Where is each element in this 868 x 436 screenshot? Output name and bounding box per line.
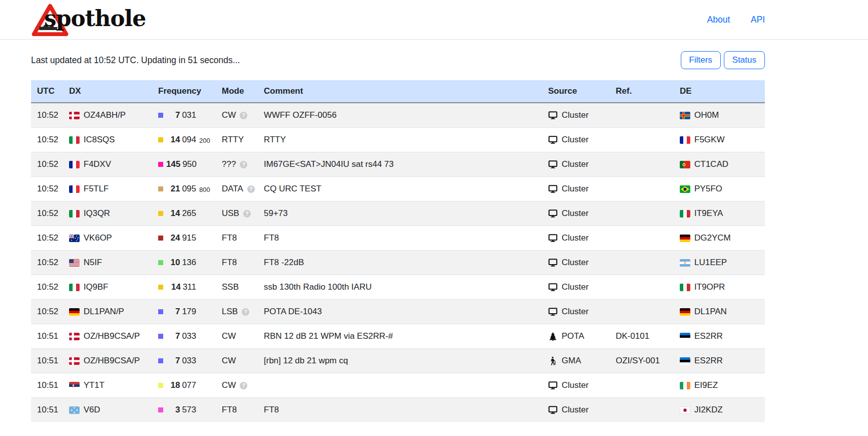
frequency-cell: 14094200 [152,128,216,152]
utc-cell: 10:51 [31,373,63,398]
de-wrap: DL1PAN [680,307,759,317]
de-callsign: OH0M [694,110,719,120]
de-cell: PY5FO [674,177,765,201]
monitor-icon [548,209,558,219]
band-color-square [158,113,163,118]
dx-cell: OZ4ABH/P [63,103,152,128]
frequency-cell: 18077 [152,373,216,398]
ref-label: DK-0101 [616,331,649,341]
de-wrap: ES2RR [680,356,759,366]
source-wrap: Cluster [548,159,604,169]
monitor-icon [548,234,558,243]
flag-br-icon [680,185,690,193]
de-callsign: DG2YCM [694,233,731,243]
table-row: 10:52IQ3QR14265USB?59+73ClusterIT9EYA [31,201,765,226]
table-row: 10:52IC8SQS14094200RTTYRTTYClusterF5GKW [31,128,765,152]
toolbar-actions: Filters Status [681,51,765,69]
band-color-square [158,407,163,412]
flag-jp-icon [680,406,690,414]
flag-dk-icon [69,112,80,119]
status-row: Last updated at 10:52 UTC. Updating in 5… [31,50,765,70]
nav-about[interactable]: About [707,15,730,25]
comment-cell: FT8 [258,398,542,422]
source-label: Cluster [562,307,589,317]
frequency-wrap: 21095800 [158,184,210,194]
frequency-cell: 7033 [152,324,216,349]
utc-cell: 10:52 [31,103,63,128]
utc-cell: 10:51 [31,398,63,422]
de-cell: ES2RR [674,349,765,373]
de-wrap: EI9EZ [680,380,759,390]
site-header: spothole About API [0,0,868,40]
source-wrap: Cluster [548,184,604,194]
monitor-icon [548,160,558,169]
frequency-wrap: 3573 [158,405,210,415]
flag-it-icon [69,284,80,291]
dx-callsign: YT1T [84,380,105,390]
mode-wrap: FT8 [222,233,252,243]
mode-wrap: CW? [222,110,252,120]
band-color-square [158,186,163,191]
dx-cell: N5IF [63,251,152,275]
monitor-icon [548,111,558,120]
dx-callsign: F4DXV [84,159,111,169]
mode-help-icon[interactable]: ? [240,161,247,168]
ref-cell [610,300,674,324]
comment-text: ssb 130th Radio 100th IARU [264,282,371,292]
dx-cell: YT1T [63,373,152,398]
table-header-row: UTC DX Frequency Mode Comment Source Ref… [31,80,765,103]
de-cell: IT9OPR [674,275,765,300]
col-header-source: Source [542,80,610,103]
flag-ar-icon [680,259,690,267]
flag-de-icon [680,308,690,316]
flag-it-icon [69,136,80,144]
band-color-square [158,236,163,241]
mode-label: USB [222,208,239,219]
utc-cell: 10:52 [31,128,63,152]
mode-help-icon[interactable]: ? [240,112,247,119]
ref-cell [610,177,674,201]
dx-wrap: N5IF [69,258,146,268]
flag-us-icon [69,259,80,267]
source-label: GMA [562,356,581,366]
frequency-hz: 200 [199,137,210,144]
source-cell: GMA [542,349,610,373]
monitor-icon [548,381,558,390]
de-wrap: IT9EYA [680,208,759,219]
source-label: Cluster [562,110,589,120]
comment-text: FT8 [264,233,279,243]
comment-text: FT8 [264,405,279,414]
frequency-wrap: 14265 [158,208,210,219]
band-color-square [158,211,163,216]
mode-wrap: ???? [222,159,252,169]
frequency-wrap: 7031 [158,110,210,120]
ref-cell [610,251,674,275]
mode-help-icon[interactable]: ? [240,382,247,389]
flag-ie-icon [680,382,690,389]
comment-text: 59+73 [264,208,288,218]
comment-cell: FT8 [258,226,542,251]
source-label: Cluster [562,184,589,194]
dx-callsign: OZ4ABH/P [84,110,126,120]
band-color-square [158,137,163,142]
frequency-cell: 3573 [152,398,216,422]
mode-help-icon[interactable]: ? [243,210,251,217]
flag-dk-icon [69,333,80,340]
mode-help-icon[interactable]: ? [247,185,255,193]
status-button[interactable]: Status [724,51,765,69]
source-label: Cluster [562,405,589,415]
ref-cell: OZI/SY-001 [610,349,674,373]
mode-help-icon[interactable]: ? [242,308,249,316]
mode-label: CW [222,380,236,390]
source-cell: POTA [542,324,610,349]
source-cell: Cluster [542,152,610,177]
frequency-value: 7033 [166,356,196,366]
filters-button[interactable]: Filters [681,51,721,69]
col-header-de: DE [674,80,765,103]
flag-fm-icon [69,406,80,414]
utc-cell: 10:52 [31,251,63,275]
tree-icon [548,332,558,341]
nav-api[interactable]: API [751,15,765,25]
frequency-cell: 7031 [152,103,216,128]
monitor-icon [548,184,558,194]
